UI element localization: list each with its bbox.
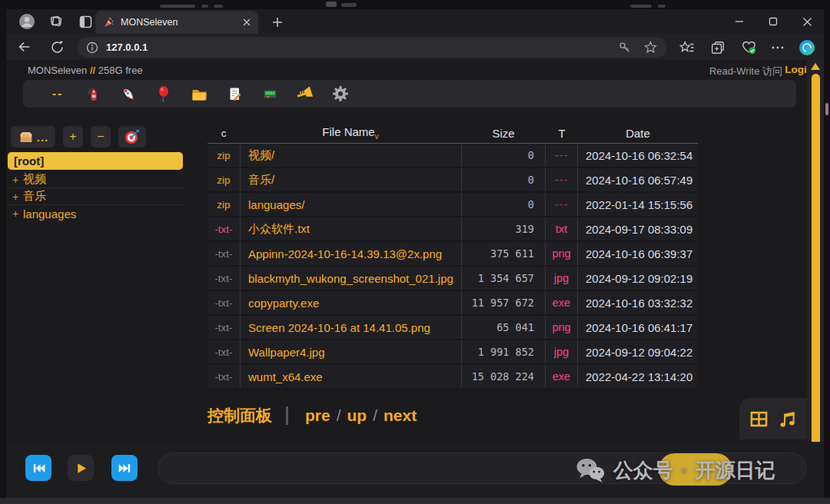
file-row-action-link[interactable]: -txt- <box>208 248 240 260</box>
memo-icon[interactable] <box>217 82 252 105</box>
more-menu-icon[interactable] <box>767 37 788 58</box>
skip-back-button[interactable] <box>25 455 51 481</box>
page-scrollbar[interactable] <box>807 60 824 498</box>
tree-expand-toggle[interactable]: + <box>12 207 23 220</box>
address-bar[interactable]: 127.0.0.1 <box>77 37 667 58</box>
tree-item[interactable]: + languages <box>6 205 184 222</box>
folder-tree: + 视频 + 音乐 + languages <box>6 171 184 222</box>
screenshot-root: { "colors": { "accent_gold": "#f2ab24", … <box>0 0 830 504</box>
file-row[interactable]: -txt- Screen 2024-10-16 at 14.41.05.png … <box>208 316 698 340</box>
password-key-icon[interactable] <box>616 40 632 55</box>
grid-view-icon[interactable] <box>749 409 769 429</box>
up-link[interactable]: up <box>347 406 367 425</box>
gear-icon[interactable] <box>323 82 358 105</box>
file-name-link[interactable]: Wallpaper4.jpg <box>240 340 461 363</box>
pre-link[interactable]: pre <box>305 406 330 425</box>
window-close-button[interactable] <box>793 11 821 32</box>
trumpet-icon[interactable] <box>287 82 323 105</box>
file-row[interactable]: zip 音乐/ 0 --- 2024-10-16 06:57:49 <box>208 168 698 193</box>
url-text[interactable]: 127.0.0.1 <box>106 41 606 53</box>
rocket-icon[interactable] <box>111 82 146 105</box>
file-row[interactable]: -txt- copyparty.exe 11 957 672 exe 2024-… <box>208 291 698 316</box>
tab-close-icon[interactable] <box>243 18 251 26</box>
breadcrumb-toggle-button[interactable]: ... <box>11 126 55 148</box>
tree-item-label: languages <box>23 207 76 220</box>
file-name-link[interactable]: wumt_x64.exe <box>240 365 461 388</box>
file-date: 2024-09-12 09:02:19 <box>578 272 698 285</box>
file-date: 2024-10-16 06:32:54 <box>578 149 698 162</box>
file-row[interactable]: zip languages/ 0 --- 2022-01-14 15:15:56 <box>208 193 698 217</box>
file-date: 2024-10-16 06:57:49 <box>578 174 698 187</box>
file-name-link[interactable]: Screen 2024-10-16 at 14.41.05.png <box>240 316 461 339</box>
file-row-action-link[interactable]: -txt- <box>208 346 240 358</box>
file-name-link[interactable]: Appinn-2024-10-16-14.39.13@2x.png <box>240 242 461 265</box>
balloon-icon[interactable] <box>146 82 181 105</box>
next-link[interactable]: next <box>383 406 417 425</box>
slash-separator: / <box>337 406 341 425</box>
tab-actions-icon[interactable] <box>77 13 94 30</box>
tree-item[interactable]: + 音乐 <box>6 188 184 205</box>
tree-expand-button[interactable]: + <box>63 126 83 148</box>
file-row[interactable]: -txt- blackmyth_wukong_screenshot_021.jp… <box>208 267 698 291</box>
folder-icon[interactable] <box>181 82 217 105</box>
skip-forward-button[interactable] <box>111 455 138 481</box>
music-note-icon[interactable] <box>777 409 798 429</box>
file-name-link[interactable]: copyparty.exe <box>240 291 461 314</box>
scrollbar-thumb[interactable] <box>812 74 820 466</box>
refresh-icon[interactable] <box>48 38 66 56</box>
collections-icon[interactable] <box>707 37 729 58</box>
column-header-checkbox[interactable]: c <box>208 128 240 139</box>
watermark-dot: · <box>681 459 688 482</box>
copilot-icon[interactable] <box>796 37 818 58</box>
file-row[interactable]: zip 视频/ 0 --- 2024-10-16 06:32:54 <box>208 144 698 168</box>
watermark-text-suffix: 开源日记 <box>696 457 775 484</box>
back-icon[interactable] <box>15 38 34 56</box>
file-row-action-link[interactable]: -txt- <box>208 224 240 235</box>
file-date: 2022-01-14 15:15:56 <box>578 198 698 211</box>
file-row-action-link[interactable]: -txt- <box>208 297 240 309</box>
column-header-type[interactable]: T <box>546 127 578 140</box>
new-tab-button[interactable] <box>267 12 287 32</box>
favorites-list-icon[interactable] <box>676 37 698 58</box>
file-row[interactable]: -txt- Appinn-2024-10-16-14.39.13@2x.png … <box>208 242 698 267</box>
file-row-action-link[interactable]: zip <box>208 199 240 211</box>
play-button[interactable] <box>68 455 94 481</box>
tree-collapse-button[interactable]: − <box>91 126 111 148</box>
file-size: 1 354 657 <box>461 267 546 290</box>
workspaces-icon[interactable] <box>48 13 65 30</box>
column-header-date[interactable]: Date <box>578 127 698 140</box>
file-row[interactable]: -txt- Wallpaper4.jpg 1 991 852 jpg 2024-… <box>208 340 698 365</box>
tree-item[interactable]: + 视频 <box>6 171 184 188</box>
column-header-size[interactable]: Size <box>461 127 546 140</box>
scroll-to-folder-button[interactable] <box>118 126 146 148</box>
file-name-link[interactable]: languages/ <box>240 193 461 216</box>
sidebar-item-root[interactable]: [root] <box>8 152 183 170</box>
fire-extinguisher-icon[interactable] <box>75 82 111 105</box>
column-header-filename[interactable]: File Namev <box>240 125 461 141</box>
window-maximize-button[interactable] <box>759 11 787 32</box>
file-row[interactable]: -txt- 小众软件.txt 319 txt 2024-09-17 08:33:… <box>208 217 698 242</box>
toggle-columns-button[interactable]: -- <box>40 82 75 105</box>
file-row-action-link[interactable]: -txt- <box>208 322 240 333</box>
scrollbar-up-arrow-icon[interactable] <box>811 63 820 70</box>
file-row-action-link[interactable]: zip <box>208 150 240 161</box>
tree-expand-toggle[interactable]: + <box>12 174 23 186</box>
file-name-link[interactable]: 视频/ <box>240 144 461 167</box>
file-row[interactable]: -txt- wumt_x64.exe 15 028 224 exe 2022-0… <box>208 365 698 390</box>
tree-expand-toggle[interactable]: + <box>12 191 23 203</box>
profile-avatar[interactable] <box>18 13 35 30</box>
file-name-link[interactable]: 小众软件.txt <box>240 217 461 240</box>
site-info-icon[interactable] <box>86 41 98 54</box>
file-row-action-link[interactable]: -txt- <box>208 273 240 284</box>
control-panel-link[interactable]: 控制面板 <box>208 405 272 426</box>
file-row-action-link[interactable]: -txt- <box>208 371 240 383</box>
server-title[interactable]: MONSeleven <box>28 65 87 76</box>
pager-icon[interactable] <box>252 82 287 105</box>
file-name-link[interactable]: blackmyth_wukong_screenshot_021.jpg <box>240 267 461 290</box>
file-name-link[interactable]: 音乐/ <box>240 168 461 191</box>
browser-essentials-icon[interactable] <box>738 37 759 58</box>
browser-tab[interactable]: MONSeleven <box>95 11 258 34</box>
favorite-star-icon[interactable] <box>642 40 658 55</box>
file-row-action-link[interactable]: zip <box>208 174 240 186</box>
window-minimize-button[interactable] <box>725 11 753 32</box>
